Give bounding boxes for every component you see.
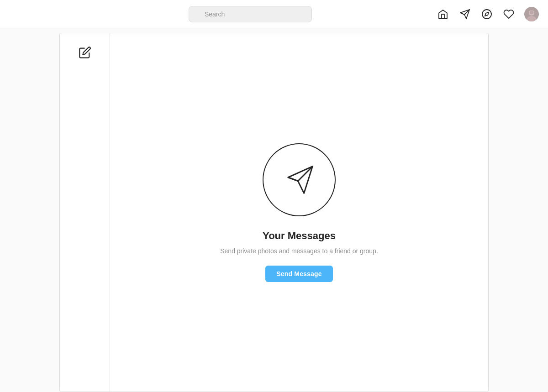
main-layout: Your Messages Send private photos and me… (0, 33, 548, 392)
compose-icon[interactable] (75, 42, 95, 63)
navbar-right (437, 7, 539, 21)
direct-icon[interactable] (458, 8, 471, 21)
content-wrapper: Your Messages Send private photos and me… (59, 33, 489, 392)
messages-subtitle: Send private photos and messages to a fr… (220, 247, 378, 255)
home-icon[interactable] (437, 8, 449, 21)
heart-icon[interactable] (502, 8, 515, 21)
send-message-button[interactable]: Send Message (265, 266, 333, 282)
search-input[interactable] (189, 6, 312, 22)
svg-marker-4 (485, 12, 489, 16)
svg-point-3 (482, 10, 491, 19)
messages-main-content: Your Messages Send private photos and me… (110, 33, 488, 392)
messages-title: Your Messages (263, 230, 336, 242)
explore-icon[interactable] (480, 8, 493, 21)
messages-center-icon (263, 143, 336, 216)
navbar-center (64, 6, 437, 22)
profile-avatar[interactable] (524, 7, 539, 21)
top-navbar (0, 0, 548, 28)
svg-point-8 (530, 10, 534, 14)
messages-sidebar (60, 33, 110, 392)
search-container (189, 6, 312, 22)
